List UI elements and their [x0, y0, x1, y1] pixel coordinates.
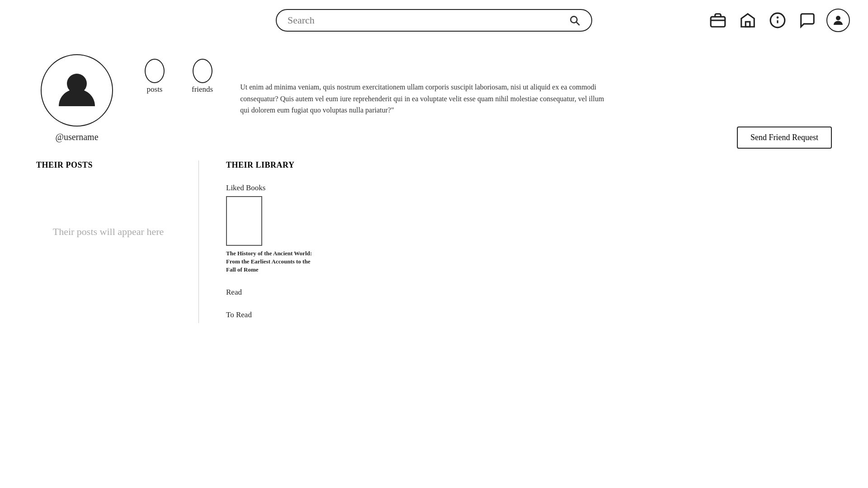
profile-stats: posts friends [145, 59, 213, 94]
book-title-line1: The History of the Ancient World: [226, 250, 312, 257]
friends-label: friends [192, 85, 213, 94]
library-column-title: THEIR LIBRARY [226, 160, 832, 170]
posts-column-title: THEIR POSTS [36, 160, 180, 170]
svg-point-8 [836, 16, 840, 20]
empty-posts-message: Their posts will appear here [36, 224, 180, 239]
content-columns: THEIR POSTS Their posts will appear here… [36, 160, 832, 323]
search-bar-wrapper [276, 9, 592, 32]
search-input[interactable] [288, 14, 565, 26]
posts-count-oval [145, 59, 165, 83]
bio-text: Ut enim ad minima veniam, quis nostrum e… [240, 81, 611, 116]
search-icon [569, 14, 580, 26]
stat-friends: friends [192, 59, 213, 94]
briefcase-icon[interactable] [707, 9, 729, 31]
book-card: The History of the Ancient World: From t… [226, 196, 832, 274]
main-content: @username posts friends Ut enim ad minim… [0, 41, 868, 341]
header [0, 0, 868, 41]
send-friend-request-button[interactable]: Send Friend Request [737, 127, 832, 149]
book-title-line2: From the Earliest Accounts to the Fall o… [226, 258, 310, 273]
avatar [41, 54, 113, 127]
profile-left: @username [36, 54, 118, 142]
profile-section: @username posts friends Ut enim ad minim… [36, 54, 832, 142]
to-read-section: To Read [226, 310, 832, 319]
to-read-label: To Read [226, 310, 832, 319]
svg-rect-4 [745, 22, 750, 27]
friends-count-oval [193, 59, 212, 83]
avatar-silhouette [54, 68, 99, 113]
username-label: @username [55, 132, 98, 142]
liked-books-label: Liked Books [226, 183, 832, 192]
liked-books-section: Liked Books The History of the Ancient W… [226, 183, 832, 274]
posts-column: THEIR POSTS Their posts will appear here [36, 160, 199, 323]
read-label: Read [226, 288, 832, 297]
library-column: THEIR LIBRARY Liked Books The History of… [199, 160, 832, 323]
svg-point-0 [571, 16, 577, 23]
svg-line-1 [576, 22, 580, 25]
chat-icon[interactable] [797, 9, 818, 31]
nav-icons [707, 9, 850, 32]
profile-center: Ut enim ad minima veniam, quis nostrum e… [240, 54, 832, 116]
posts-label: posts [147, 85, 163, 94]
read-section: Read [226, 288, 832, 297]
stat-posts: posts [145, 59, 165, 94]
book-title: The History of the Ancient World: From t… [226, 249, 316, 274]
info-icon[interactable] [767, 9, 788, 31]
svg-rect-2 [711, 17, 725, 27]
nav-profile-icon[interactable] [826, 9, 850, 32]
search-bar[interactable] [276, 9, 592, 32]
book-cover-image [226, 196, 262, 246]
home-icon[interactable] [737, 9, 759, 31]
